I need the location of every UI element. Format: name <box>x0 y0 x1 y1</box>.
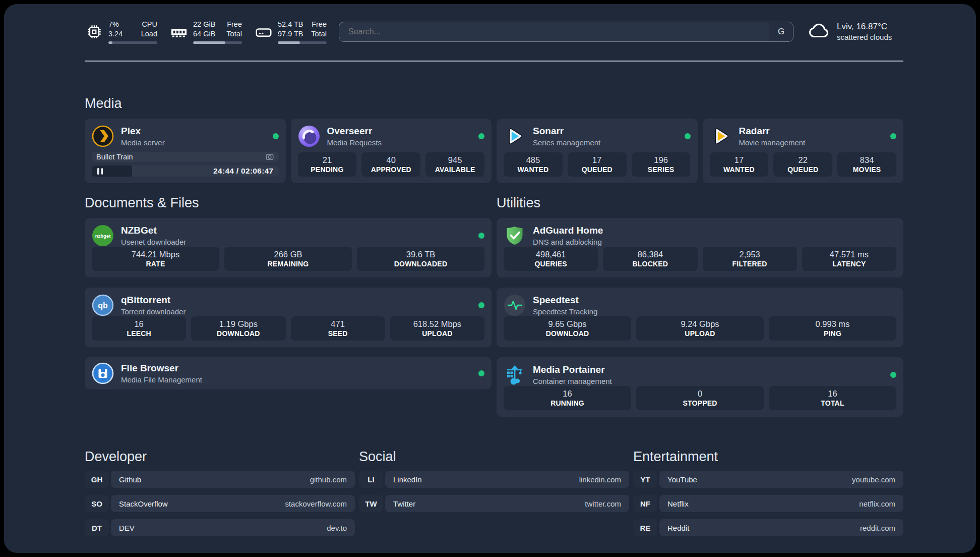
service-name: Plex <box>121 126 165 137</box>
pause-icon <box>101 168 103 175</box>
stat-value: 16 <box>134 319 143 329</box>
plex-icon <box>92 125 114 147</box>
stat-tile: 0.993 ms PING <box>769 316 896 341</box>
search-engine-button[interactable]: G <box>769 22 793 41</box>
section-title-utilities: Utilities <box>497 195 903 211</box>
adguard-icon <box>504 225 526 247</box>
bookmark-linkedin[interactable]: LI LinkedIn linkedin.com <box>359 471 629 488</box>
search-input[interactable] <box>339 27 769 36</box>
stat-label: RUNNING <box>550 399 584 408</box>
disk-icon <box>254 22 273 41</box>
ram-total-label: Total <box>226 29 242 39</box>
stat-value: 17 <box>734 155 744 165</box>
stat-tile: 498,461 QUERIES <box>504 247 598 271</box>
service-card-qbittorrent[interactable]: qb qBittorrent Torrent downloader 16 LEE… <box>85 288 492 347</box>
service-card-sonarr[interactable]: Sonarr Series management 485 WANTED 17 Q… <box>497 119 698 183</box>
pause-button[interactable] <box>92 165 132 177</box>
stat-value: 485 <box>526 155 540 165</box>
service-card-nzbget[interactable]: nzbget NZBGet Usenet downloader 744.21 M… <box>85 218 492 277</box>
stat-label: LATENCY <box>832 260 866 269</box>
status-dot <box>478 370 484 376</box>
header: 7% CPU 3.24 Load 22 GiB Fr <box>85 19 903 44</box>
qbittorrent-icon: qb <box>92 294 114 316</box>
service-name: AdGuard Home <box>533 225 603 236</box>
stat-tile: 16 LEECH <box>92 316 186 341</box>
service-card-radarr[interactable]: Radarr Movie management 17 WANTED 22 QUE… <box>703 119 904 183</box>
bookmark-reddit[interactable]: RE Reddit reddit.com <box>633 519 903 536</box>
speedtest-icon <box>504 294 526 316</box>
stat-value: 744.21 Mbps <box>132 249 179 260</box>
utilities-column: Utilities AdGuard Home <box>497 195 903 417</box>
stat-value: 17 <box>592 155 601 165</box>
service-card-portainer[interactable]: Media Portainer Container management 16 … <box>497 357 903 417</box>
stat-tile: 17 WANTED <box>710 152 769 177</box>
stat-value: 86,384 <box>638 249 663 260</box>
bookmark-abbr: RE <box>633 519 657 536</box>
ram-stat: 22 GiB Free 64 GiB Total <box>169 20 242 44</box>
bookmark-name: YouTube <box>667 475 697 484</box>
service-card-speedtest[interactable]: Speedtest Speedtest Tracking 9.65 Gbps D… <box>497 288 903 347</box>
service-desc: Media server <box>121 138 165 147</box>
stat-value: 47.571 ms <box>830 249 869 260</box>
disk-free-value: 52.4 TB <box>278 20 303 29</box>
service-desc: DNS and adblocking <box>533 238 603 246</box>
bookmark-twitter[interactable]: TW Twitter twitter.com <box>359 495 629 512</box>
stat-label: WANTED <box>517 165 548 175</box>
service-desc: Media File Management <box>121 375 202 384</box>
stat-label: DOWNLOAD <box>217 329 260 339</box>
stat-tile: 945 AVAILABLE <box>425 152 484 177</box>
cpu-load-value: 3.24 <box>108 29 122 39</box>
sonarr-icon <box>504 125 526 147</box>
stat-tile: 22 QUEUED <box>773 152 832 177</box>
stat-value: 266 GB <box>274 249 302 260</box>
cpu-percent: 7% <box>108 20 119 29</box>
service-card-overseerr[interactable]: Overseerr Media Requests 21 PENDING 40 A… <box>291 119 492 183</box>
stat-tile: 744.21 Mbps RATE <box>92 247 219 271</box>
bookmark-url: youtube.com <box>852 475 895 484</box>
bookmark-youtube[interactable]: YT YouTube youtube.com <box>633 471 903 488</box>
weather-location-temp: Lviv, 16.87°C <box>837 21 892 32</box>
bookmark-name: DEV <box>119 524 135 532</box>
stat-label: TOTAL <box>821 399 844 408</box>
stat-tile: 40 APPROVED <box>361 152 420 177</box>
stat-value: 9.65 Gbps <box>548 319 586 329</box>
cpu-label: CPU <box>142 20 157 29</box>
bookmark-abbr: DT <box>85 519 109 536</box>
service-card-filebrowser[interactable]: File Browser Media File Management <box>85 357 492 389</box>
service-card-adguard[interactable]: AdGuard Home DNS and adblocking 498,461 … <box>497 218 903 277</box>
stat-tile: 21 PENDING <box>298 152 357 177</box>
bookmark-name: LinkedIn <box>393 475 422 484</box>
stat-tile: 1.19 Gbps DOWNLOAD <box>191 316 285 341</box>
service-card-plex[interactable]: Plex Media server Bullet Train 24:4 <box>85 119 286 183</box>
stat-label: STOPPED <box>683 399 717 408</box>
camera-icon <box>265 152 274 161</box>
disk-free-label: Free <box>312 20 327 29</box>
status-dot <box>478 302 484 308</box>
stat-value: 196 <box>654 155 668 165</box>
bookmark-github[interactable]: GH Github github.com <box>85 471 355 488</box>
bookmark-url: reddit.com <box>860 524 895 532</box>
stat-tile: 47.571 ms LATENCY <box>802 247 896 271</box>
status-dot <box>478 233 484 239</box>
stat-tile: 471 SEED <box>291 316 385 341</box>
service-name: Sonarr <box>533 126 600 137</box>
weather-condition: scattered clouds <box>837 32 892 42</box>
stat-tile: 9.65 Gbps DOWNLOAD <box>504 316 631 341</box>
nzbget-icon: nzbget <box>92 225 114 247</box>
stat-label: PENDING <box>311 165 343 175</box>
bookmark-dev[interactable]: DT DEV dev.to <box>85 519 355 536</box>
stat-tile: 0 STOPPED <box>636 386 764 410</box>
stat-value: 498,461 <box>536 249 566 260</box>
bookmark-url: stackoverflow.com <box>285 499 347 508</box>
stat-label: QUEUED <box>582 165 612 175</box>
stat-value: 21 <box>323 155 332 165</box>
stat-value: 0 <box>698 388 702 399</box>
status-dot <box>478 133 484 139</box>
stat-value: 834 <box>860 155 874 165</box>
bookmark-stackoverflow[interactable]: SO StackOverflow stackoverflow.com <box>85 495 355 512</box>
media-cards-row: Plex Media server Bullet Train 24:4 <box>85 119 903 183</box>
ram-total-value: 64 GiB <box>193 29 215 39</box>
radarr-icon <box>710 125 732 147</box>
bookmark-netflix[interactable]: NF Netflix netflix.com <box>633 495 903 512</box>
stat-label: QUERIES <box>534 260 567 269</box>
